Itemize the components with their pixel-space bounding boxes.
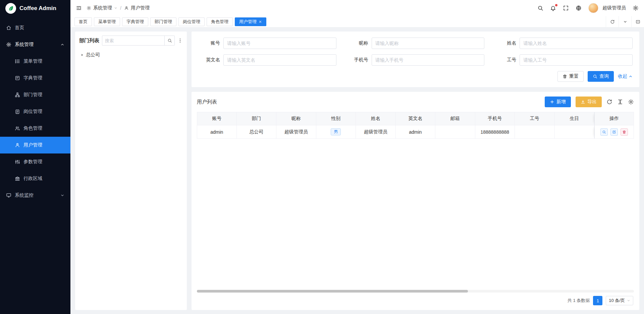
column-settings-gear-icon[interactable] <box>628 99 634 105</box>
close-icon[interactable] <box>259 20 262 23</box>
logo[interactable]: Coffee Admin <box>0 0 70 17</box>
tab-dict-management[interactable]: 字典管理 <box>122 17 148 26</box>
notification-bell-icon[interactable] <box>550 5 556 11</box>
refresh-table-icon[interactable] <box>606 99 612 105</box>
department-search-button[interactable] <box>164 36 174 45</box>
settings-gear-icon[interactable] <box>633 5 639 11</box>
department-panel: 部门列表 总公司 <box>75 32 187 310</box>
add-label: 新增 <box>556 99 566 105</box>
tab-menu-management[interactable]: 菜单管理 <box>94 17 120 26</box>
gender-tag: 男 <box>331 128 341 135</box>
field-label: 昵称 <box>346 40 372 46</box>
collapse-search-link[interactable]: 收起 <box>618 73 633 79</box>
caret-right-icon[interactable] <box>80 53 84 57</box>
sidebar-item-param-management[interactable]: 参数管理 <box>0 153 70 170</box>
total-count: 共 1 条数据 <box>568 298 590 304</box>
system-management-submenu: 菜单管理 字典管理 部门管理 岗位管理 角色管理 <box>0 53 70 187</box>
sidebar-item-label: 菜单管理 <box>23 58 42 64</box>
sidebar-item-admin-region[interactable]: 行政区域 <box>0 170 70 187</box>
sidebar-item-menu-management[interactable]: 菜单管理 <box>0 53 70 70</box>
tab-role-management[interactable]: 角色管理 <box>207 17 233 26</box>
pagination: 共 1 条数据 1 10 条/页 <box>197 293 634 307</box>
tab-user-management[interactable]: 用户管理 <box>235 17 266 26</box>
search-form-actions: 重置 查询 收起 <box>198 71 633 82</box>
column-header-actions: 操作 <box>594 112 634 125</box>
logo-leaf-icon <box>5 3 16 14</box>
phone-input[interactable] <box>372 54 485 66</box>
table-header-row: 账号 部门 昵称 性别 姓名 英文名 邮箱 手机号 工号 生日 <box>197 112 634 125</box>
table-toolbar-right: 新增 导出 <box>545 97 634 107</box>
horizontal-scrollbar-thumb[interactable] <box>197 290 468 293</box>
cell-actions <box>594 125 634 139</box>
sidebar-item-dept-management[interactable]: 部门管理 <box>0 86 70 103</box>
breadcrumb: 系统管理 / 用户管理 <box>87 5 150 11</box>
tab-label: 字典管理 <box>126 19 144 25</box>
sidebar-item-role-management[interactable]: 角色管理 <box>0 120 70 137</box>
english-name-input[interactable] <box>223 54 336 66</box>
content-fullscreen-icon[interactable] <box>631 16 644 27</box>
page-1-button[interactable]: 1 <box>593 296 602 305</box>
column-header: 生日 <box>555 112 595 125</box>
chevron-up-icon <box>629 74 633 78</box>
view-detail-button[interactable] <box>600 128 608 136</box>
tab-bar: 首页 菜单管理 字典管理 部门管理 岗位管理 角色管理 用户管理 <box>70 16 644 27</box>
search-icon[interactable] <box>537 5 543 11</box>
field-label: 工号 <box>494 57 520 63</box>
tab-dept-management[interactable]: 部门管理 <box>150 17 176 26</box>
breadcrumb-system-management[interactable]: 系统管理 <box>93 5 112 11</box>
sidebar-item-user-management[interactable]: 用户管理 <box>0 137 70 153</box>
sidebar-item-post-management[interactable]: 岗位管理 <box>0 103 70 120</box>
sidebar-item-dict-management[interactable]: 字典管理 <box>0 70 70 86</box>
field-label: 手机号 <box>346 57 372 63</box>
table-row: admin 总公司 超级管理员 男 超级管理员 admin 1888888888… <box>197 125 634 139</box>
delete-button[interactable] <box>621 128 628 136</box>
tab-post-management[interactable]: 岗位管理 <box>178 17 205 26</box>
search-form-card: 账号 昵称 姓名 英文名 <box>192 32 639 87</box>
cell-birthday <box>555 125 595 139</box>
sidebar-item-label: 系统管理 <box>15 42 34 48</box>
tab-label: 菜单管理 <box>98 19 116 25</box>
job-number-input[interactable] <box>520 54 633 66</box>
gear-icon <box>87 6 91 10</box>
tree-item-head-office[interactable]: 总公司 <box>79 50 183 60</box>
export-button[interactable]: 导出 <box>576 97 602 107</box>
monitor-icon <box>6 193 11 198</box>
breadcrumb-user-management[interactable]: 用户管理 <box>131 5 150 11</box>
collapse-sidebar-icon[interactable] <box>76 5 82 11</box>
sidebar-item-system-management[interactable]: 系统管理 <box>0 36 70 53</box>
tab-home[interactable]: 首页 <box>74 17 92 26</box>
department-search-input[interactable] <box>102 38 164 43</box>
page-size-select[interactable]: 10 条/页 <box>606 296 633 305</box>
org-tree-icon <box>15 92 20 98</box>
field-label: 英文名 <box>198 57 223 63</box>
fullscreen-icon[interactable] <box>563 5 569 11</box>
reset-button[interactable]: 重置 <box>557 71 584 82</box>
column-header: 邮箱 <box>435 112 475 125</box>
tab-label: 部门管理 <box>155 19 172 25</box>
name-input[interactable] <box>520 38 633 49</box>
column-header: 英文名 <box>396 112 436 125</box>
row-density-icon[interactable] <box>617 99 623 105</box>
cell-email <box>435 125 475 139</box>
gear-icon <box>6 42 11 47</box>
add-user-button[interactable]: 新增 <box>545 97 571 107</box>
more-options-icon[interactable] <box>177 38 183 43</box>
table-toolbar: 用户列表 新增 导出 <box>197 97 634 107</box>
field-job-number: 工号 <box>494 54 633 66</box>
column-header: 工号 <box>515 112 555 125</box>
cell-dept: 总公司 <box>237 125 277 139</box>
edit-button[interactable] <box>610 128 618 136</box>
username[interactable]: 超级管理员 <box>602 5 626 11</box>
plus-icon <box>550 100 554 104</box>
avatar[interactable] <box>588 3 598 13</box>
account-input[interactable] <box>223 38 336 49</box>
refresh-icon[interactable] <box>606 16 619 27</box>
translate-icon[interactable] <box>576 5 582 11</box>
menu-list-icon <box>15 59 20 64</box>
tabs-dropdown-icon[interactable] <box>619 16 631 27</box>
column-header: 姓名 <box>356 112 396 125</box>
sidebar-item-home[interactable]: 首页 <box>0 19 70 36</box>
sidebar-item-system-monitor[interactable]: 系统监控 <box>0 187 70 204</box>
nickname-input[interactable] <box>372 38 485 49</box>
query-button[interactable]: 查询 <box>588 71 614 82</box>
